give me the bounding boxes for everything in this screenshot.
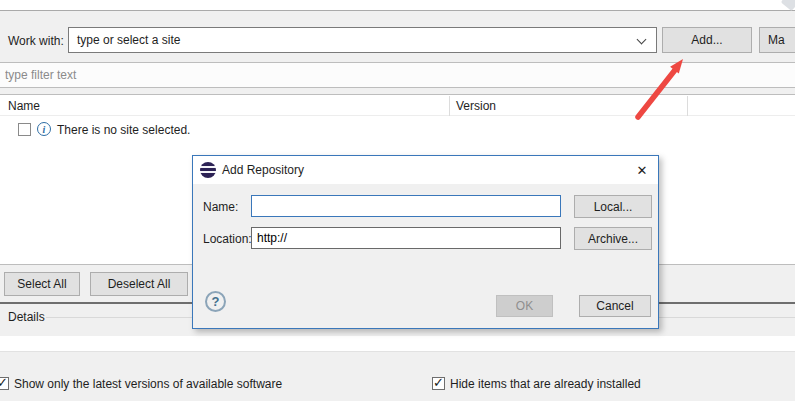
- location-label: Location:: [203, 232, 252, 246]
- dialog-titlebar[interactable]: Add Repository ✕: [193, 156, 658, 184]
- site-combobox[interactable]: type or select a site: [68, 27, 657, 53]
- info-icon: i: [37, 122, 51, 136]
- details-group-label: Details: [8, 310, 45, 324]
- location-field[interactable]: [251, 227, 561, 249]
- manage-button[interactable]: Ma: [759, 27, 795, 53]
- archive-button[interactable]: Archive...: [574, 227, 652, 250]
- eclipse-icon: [200, 162, 216, 178]
- work-with-label: Work with:: [8, 34, 64, 48]
- site-combobox-value: type or select a site: [77, 33, 180, 47]
- column-separator[interactable]: [449, 96, 450, 116]
- row-checkbox[interactable]: [18, 123, 31, 136]
- close-icon[interactable]: ✕: [633, 161, 651, 179]
- annotation-arrow: [625, 50, 695, 130]
- local-button[interactable]: Local...: [574, 195, 652, 218]
- details-text-area: [0, 336, 795, 352]
- install-software-screen: Work with: type or select a site Add... …: [0, 0, 795, 401]
- deselect-all-button[interactable]: Deselect All: [90, 272, 188, 296]
- name-label: Name:: [203, 200, 238, 214]
- checkmark-icon: ✓: [0, 375, 8, 390]
- help-icon[interactable]: ?: [205, 291, 226, 312]
- name-field[interactable]: [251, 195, 561, 217]
- show-latest-checkbox[interactable]: ✓: [0, 377, 9, 390]
- hide-installed-label[interactable]: Hide items that are already installed: [450, 377, 641, 391]
- add-repository-dialog: Add Repository ✕ Name: Local... Location…: [192, 155, 659, 329]
- dialog-title: Add Repository: [222, 163, 304, 177]
- ok-button[interactable]: OK: [496, 295, 553, 317]
- select-all-button[interactable]: Select All: [4, 272, 80, 296]
- empty-table-message: There is no site selected.: [57, 123, 190, 137]
- checkmark-icon: ✓: [433, 375, 444, 390]
- cancel-button[interactable]: Cancel: [579, 295, 651, 317]
- column-header-version[interactable]: Version: [456, 99, 496, 113]
- show-latest-label[interactable]: Show only the latest versions of availab…: [14, 377, 282, 391]
- chevron-down-icon: [637, 35, 647, 45]
- column-header-name[interactable]: Name: [8, 99, 40, 113]
- hide-installed-checkbox[interactable]: ✓: [432, 377, 445, 390]
